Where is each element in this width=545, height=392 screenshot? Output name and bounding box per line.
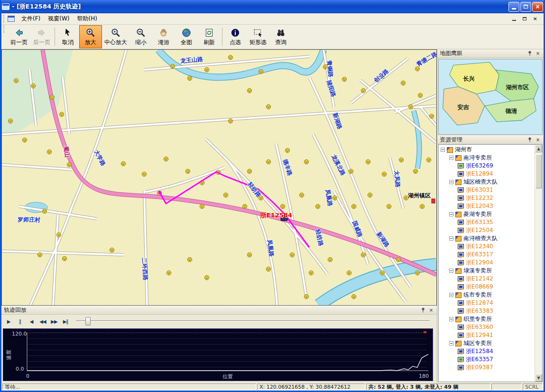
tree-group-row[interactable]: 练市专卖所 xyxy=(439,291,535,299)
tree-expander[interactable] xyxy=(449,236,453,241)
vehicle-marker[interactable] xyxy=(67,162,71,167)
tree-vehicle-row[interactable]: 浙E12043 xyxy=(439,202,535,210)
vehicle-marker[interactable] xyxy=(223,193,228,197)
vehicle-marker[interactable] xyxy=(399,158,403,162)
step-end-button[interactable]: ▶‖ xyxy=(60,317,71,326)
vehicle-marker[interactable] xyxy=(290,252,294,257)
slider-thumb[interactable] xyxy=(85,317,91,326)
vehicle-marker[interactable] xyxy=(204,275,209,280)
vehicle-marker[interactable] xyxy=(413,169,417,173)
tree-vehicle-row[interactable]: 浙E12904 xyxy=(439,259,535,267)
tree-group-row[interactable]: 织里专卖所 xyxy=(439,315,535,323)
vehicle-marker[interactable] xyxy=(187,257,192,261)
rect-select-button[interactable]: 矩形选 xyxy=(247,25,269,48)
rewind-button[interactable]: ◀◀ xyxy=(37,317,48,326)
vehicle-marker[interactable] xyxy=(59,112,64,116)
tree-group-row[interactable]: 湖州市 xyxy=(439,146,535,154)
vehicle-marker[interactable] xyxy=(304,159,308,164)
full-map-button[interactable]: 全图 xyxy=(175,25,198,48)
vehicle-marker[interactable] xyxy=(420,204,424,208)
pin-icon[interactable] xyxy=(420,307,426,313)
scroll-up-button[interactable]: ▲ xyxy=(535,145,542,152)
close-icon[interactable]: × xyxy=(535,137,541,143)
pause-button[interactable]: ‖ xyxy=(15,317,25,326)
vehicle-marker[interactable] xyxy=(408,104,413,109)
tree-vehicle-row[interactable]: 浙E63383 xyxy=(439,307,535,315)
mdi-restore-button[interactable] xyxy=(521,16,528,22)
tree-vehicle-row[interactable]: 浙E09387 xyxy=(439,364,535,372)
map-viewport[interactable]: 龙王山路青塘二路创业路青铜路陵阳路新湖路大学路德丰路龙溪北路轻纺路凤凰路太凤路国… xyxy=(1,49,437,306)
tree-expander[interactable] xyxy=(449,156,453,160)
prev-page-button[interactable]: 前一页 xyxy=(8,25,30,48)
tree-vehicle-row[interactable]: 浙E12584 xyxy=(439,347,535,355)
tree-vehicle-row[interactable]: 浙E63360 xyxy=(439,323,535,331)
tree-expander[interactable] xyxy=(449,293,453,297)
tree-expander[interactable] xyxy=(449,317,453,321)
step-back-button[interactable]: ◀ xyxy=(26,317,37,326)
vehicle-marker[interactable] xyxy=(247,169,251,173)
vehicle-marker[interactable] xyxy=(185,169,190,173)
vehicle-marker[interactable] xyxy=(426,158,431,162)
tree-group-row[interactable]: 城区专卖所 xyxy=(439,339,535,347)
vehicle-marker[interactable] xyxy=(401,81,405,85)
vehicle-marker[interactable] xyxy=(382,172,386,176)
refresh-button[interactable]: 刷新 xyxy=(198,25,221,48)
vehicle-marker[interactable] xyxy=(228,119,232,123)
vehicle-marker[interactable] xyxy=(228,55,232,59)
vehicle-marker[interactable] xyxy=(266,267,270,271)
vehicle-marker[interactable] xyxy=(333,196,337,200)
vehicle-marker[interactable] xyxy=(285,148,289,152)
vehicle-marker[interactable] xyxy=(380,271,384,275)
tree-expander[interactable] xyxy=(441,148,445,152)
vehicle-marker[interactable] xyxy=(37,252,42,257)
minimize-button[interactable] xyxy=(508,2,519,12)
vehicle-marker[interactable] xyxy=(200,204,204,208)
vehicle-marker[interactable] xyxy=(266,159,270,164)
close-icon[interactable]: × xyxy=(535,50,541,56)
tree-group-row[interactable]: 城区稽查大队 xyxy=(439,178,535,186)
tree-vehicle-row[interactable]: 浙E12340 xyxy=(439,243,535,251)
tree-expander[interactable] xyxy=(449,212,453,216)
vehicle-marker[interactable] xyxy=(142,172,146,176)
vehicle-marker[interactable] xyxy=(247,88,251,93)
query-button[interactable]: 查询 xyxy=(269,25,292,48)
tree-vehicle-row[interactable]: 浙E12941 xyxy=(439,331,535,339)
vehicle-marker[interactable] xyxy=(164,157,168,161)
close-button[interactable]: × xyxy=(532,2,543,12)
tree-group-row[interactable]: 南浔专卖所 xyxy=(439,154,535,162)
vehicle-marker[interactable] xyxy=(56,233,61,237)
vehicle-marker[interactable] xyxy=(8,119,12,123)
vehicle-marker[interactable] xyxy=(242,204,247,208)
vehicle-marker[interactable] xyxy=(62,256,66,261)
vehicle-marker[interactable] xyxy=(418,93,422,97)
vehicle-marker[interactable] xyxy=(247,252,251,257)
tree-vehicle-row[interactable]: 浙E12894 xyxy=(439,170,535,178)
vehicle-marker[interactable] xyxy=(333,158,337,162)
vehicle-marker[interactable] xyxy=(309,271,313,275)
playback-slider[interactable] xyxy=(76,317,430,326)
mdi-minimize-button[interactable] xyxy=(510,16,518,22)
vehicle-marker[interactable] xyxy=(110,248,114,252)
tree-vehicle-row[interactable]: 浙E12504 xyxy=(439,226,535,234)
vehicle-marker[interactable] xyxy=(280,204,285,208)
vehicle-marker[interactable] xyxy=(415,271,419,275)
vehicle-marker[interactable] xyxy=(347,271,351,275)
tree-vehicle-row[interactable]: 浙E63135 xyxy=(439,218,535,226)
vehicle-marker[interactable] xyxy=(351,294,356,299)
center-zoom-button[interactable]: 中心放大 xyxy=(102,25,129,48)
menu-help[interactable]: 帮助(H) xyxy=(74,13,101,24)
tree-vehicle-row[interactable]: 浙E63031 xyxy=(439,186,535,194)
vehicle-marker[interactable] xyxy=(361,88,365,93)
vehicle-marker[interactable] xyxy=(349,169,353,173)
vehicle-marker[interactable] xyxy=(47,149,51,154)
vehicle-marker[interactable] xyxy=(187,76,192,80)
vehicle-marker[interactable] xyxy=(404,196,408,200)
vehicle-marker[interactable] xyxy=(387,204,391,208)
vehicle-marker[interactable] xyxy=(361,252,365,257)
vehicle-marker[interactable] xyxy=(328,257,332,261)
scrollbar-thumb[interactable] xyxy=(536,154,542,188)
vehicle-marker[interactable] xyxy=(429,114,434,118)
pan-button[interactable]: 漫游 xyxy=(152,25,175,48)
vehicle-marker[interactable] xyxy=(259,69,263,74)
tree-vehicle-row[interactable]: 浙E12874 xyxy=(439,299,535,307)
